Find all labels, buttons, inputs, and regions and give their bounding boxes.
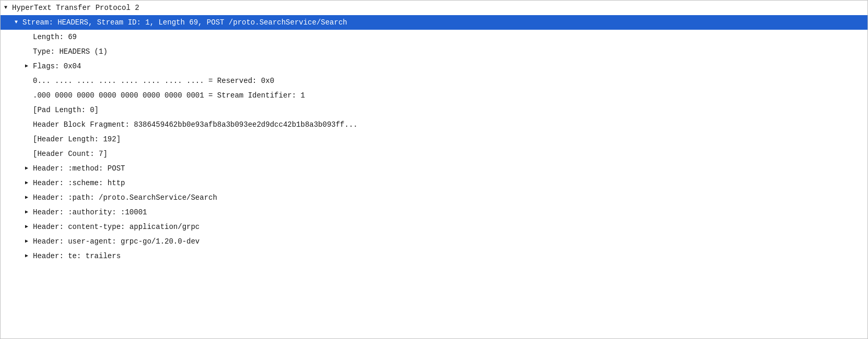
header-path-row[interactable]: Header: :path: /proto.SearchService/Sear… xyxy=(1,190,867,205)
type-row[interactable]: Type: HEADERS (1) xyxy=(1,44,867,59)
row-label: Stream: HEADERS, Stream ID: 1, Length 69… xyxy=(21,17,347,28)
header-user-agent-row[interactable]: Header: user-agent: grpc-go/1.20.0-dev xyxy=(1,234,867,249)
row-label: Header Block Fragment: 8386459462bb0e93a… xyxy=(32,119,358,130)
row-label: Header: :method: POST xyxy=(32,163,125,174)
row-label: Length: 69 xyxy=(32,31,77,43)
expand-icon[interactable] xyxy=(21,237,32,246)
header-content-type-row[interactable]: Header: content-type: application/grpc xyxy=(1,220,867,234)
expand-icon[interactable] xyxy=(21,193,32,202)
packet-detail-tree: HyperText Transfer Protocol 2Stream: HEA… xyxy=(0,0,868,339)
header-block-row[interactable]: Header Block Fragment: 8386459462bb0e93a… xyxy=(1,117,867,132)
length-row[interactable]: Length: 69 xyxy=(1,30,867,44)
row-label: .000 0000 0000 0000 0000 0000 0000 0001 … xyxy=(32,90,305,101)
expand-icon[interactable] xyxy=(21,208,32,216)
collapse-icon[interactable] xyxy=(11,18,21,27)
header-method-row[interactable]: Header: :method: POST xyxy=(1,161,867,176)
reserved-row[interactable]: 0... .... .... .... .... .... .... .... … xyxy=(1,74,867,88)
row-label: 0... .... .... .... .... .... .... .... … xyxy=(32,75,274,87)
header-authority-row[interactable]: Header: :authority: :10001 xyxy=(1,205,867,220)
row-label: Header: content-type: application/grpc xyxy=(32,221,200,233)
row-label: HyperText Transfer Protocol 2 xyxy=(11,2,139,14)
row-label: [Header Length: 192] xyxy=(32,134,121,145)
row-label: Type: HEADERS (1) xyxy=(32,46,108,57)
stream-row[interactable]: Stream: HEADERS, Stream ID: 1, Length 69… xyxy=(1,15,867,30)
pad-length-row[interactable]: [Pad Length: 0] xyxy=(1,103,867,117)
expand-icon[interactable] xyxy=(21,223,32,231)
row-label: Header: :path: /proto.SearchService/Sear… xyxy=(32,192,217,203)
expand-icon[interactable] xyxy=(21,164,32,173)
header-scheme-row[interactable]: Header: :scheme: http xyxy=(1,176,867,190)
expand-icon[interactable] xyxy=(21,179,32,187)
flags-row[interactable]: Flags: 0x04 xyxy=(1,59,867,74)
header-length-row[interactable]: [Header Length: 192] xyxy=(1,132,867,147)
row-label: Header: user-agent: grpc-go/1.20.0-dev xyxy=(32,236,200,247)
row-label: Header: :authority: :10001 xyxy=(32,207,147,218)
stream-id-row[interactable]: .000 0000 0000 0000 0000 0000 0000 0001 … xyxy=(1,88,867,103)
expand-icon[interactable] xyxy=(21,62,32,70)
header-te-row[interactable]: Header: te: trailers xyxy=(1,249,867,263)
expand-icon[interactable] xyxy=(21,252,32,260)
row-label: [Header Count: 7] xyxy=(32,148,108,160)
row-label: [Pad Length: 0] xyxy=(32,104,99,116)
row-label: Header: te: trailers xyxy=(32,250,121,262)
row-label: Header: :scheme: http xyxy=(32,177,125,189)
collapse-icon[interactable] xyxy=(1,4,11,12)
row-label: Flags: 0x04 xyxy=(32,60,81,72)
header-count-row[interactable]: [Header Count: 7] xyxy=(1,147,867,161)
protocol-root[interactable]: HyperText Transfer Protocol 2 xyxy=(1,1,867,15)
